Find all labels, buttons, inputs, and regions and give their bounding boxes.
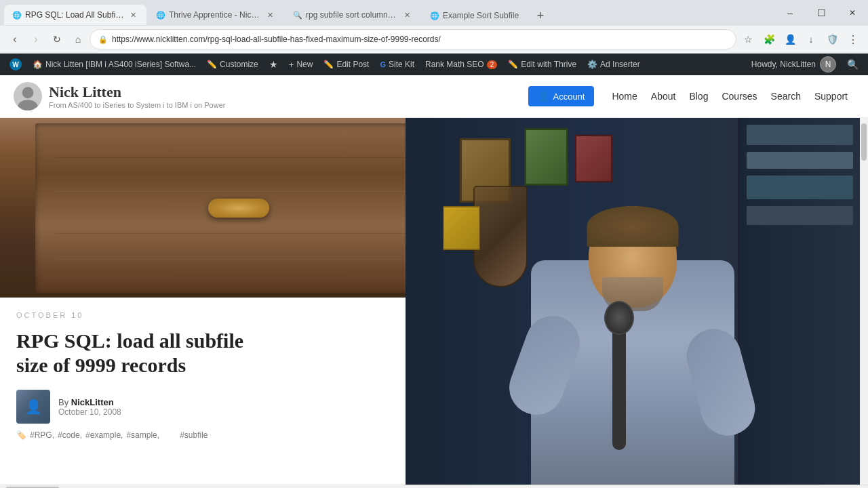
maximize-button[interactable]: ☐ [806, 0, 837, 26]
tab-title-3: rpg subfile sort column - Goo... [306, 10, 398, 20]
tag-icon: 🏷️ [16, 430, 26, 440]
tab-title-4: Example Sort Subfile [443, 11, 519, 20]
account-button[interactable]: 👤 Account [528, 86, 594, 106]
page-scrollbar[interactable] [860, 118, 868, 488]
site-icon: 🏠 [33, 60, 43, 69]
browser-toolbar: ‹ › ↻ ⌂ 🔒 https://www.nicklitten.com/rpg… [0, 26, 868, 54]
window-controls: – ☐ ✕ [774, 0, 868, 26]
howdy-item[interactable]: Howdy, NickLitten N [746, 54, 842, 75]
nav-blog[interactable]: Blog [682, 87, 715, 106]
site-title: Nick Litten [49, 83, 225, 101]
published-date: October 10, 2008 [58, 407, 121, 417]
post-meta: 👤 By NickLitten October 10, 2008 [16, 390, 461, 424]
ad-inserter-icon: ⚙️ [587, 60, 597, 69]
customize-label: Customize [220, 60, 258, 69]
video-overlay [406, 118, 860, 488]
svg-point-1 [22, 87, 34, 98]
edit-thrive-icon: ✏️ [508, 60, 518, 69]
home-button[interactable]: ⌂ [68, 30, 87, 49]
post-title: RPG SQL: load all subfile size of 9999 r… [16, 329, 461, 378]
scrollbar-thumb[interactable] [861, 123, 867, 161]
main-content: OCTOBER 10 RPG SQL: load all subfile siz… [0, 118, 868, 488]
new-item[interactable]: + New [283, 54, 319, 75]
account-label: Account [553, 92, 585, 102]
drawer-image [35, 123, 442, 293]
tag-3[interactable]: #example, [85, 430, 123, 440]
tab-title-2: Thrive Apprentice - Nick Litten... [169, 10, 261, 20]
customize-icon: ✏️ [207, 60, 217, 69]
menu-button[interactable]: ⋮ [844, 30, 863, 49]
site-tagline: From AS/400 to iSeries to System i to IB… [49, 101, 225, 109]
mic-head [604, 301, 634, 335]
tab-2[interactable]: 🌐 Thrive Apprentice - Nick Litten... ✕ [148, 5, 283, 25]
site-header: Nick Litten From AS/400 to iSeries to Sy… [0, 75, 868, 118]
minimize-button[interactable]: – [774, 0, 806, 26]
shield-icon[interactable]: 🛡️ [823, 30, 842, 49]
user-avatar: N [820, 56, 836, 73]
edit-post-icon: ✏️ [323, 60, 334, 69]
extensions-button[interactable]: 🧩 [760, 30, 778, 49]
reload-button[interactable]: ↻ [47, 30, 66, 49]
site-kit-icon: G [380, 60, 386, 68]
profile-button[interactable]: 👤 [781, 30, 800, 49]
author-avatar: 👤 [16, 390, 50, 424]
rank-math-item[interactable]: Rank Math SEO 2 [420, 54, 502, 75]
edit-thrive-label: Edit with Thrive [521, 60, 576, 69]
new-tab-button[interactable]: + [531, 6, 550, 25]
browser-chrome: 🌐 RPG SQL: Load All Subfile Has... ✕ 🌐 T… [0, 0, 868, 54]
video-frame[interactable] [406, 118, 860, 488]
site-kit-item[interactable]: G Site Kit [374, 54, 420, 75]
wp-logo-item[interactable]: W [4, 54, 27, 75]
tab-3[interactable]: 🔍 rpg subfile sort column - Goo... ✕ [285, 5, 420, 25]
lock-icon: 🔒 [98, 35, 108, 44]
search-admin-button[interactable]: 🔍 [842, 54, 864, 75]
wall-poster-3 [575, 135, 612, 182]
downloads-button[interactable]: ↓ [802, 30, 821, 49]
tab-1[interactable]: 🌐 RPG SQL: Load All Subfile Has... ✕ [4, 5, 146, 25]
tab-close-2[interactable]: ✕ [264, 9, 275, 20]
drawer-handle [208, 199, 269, 218]
customize-item[interactable]: ✏️ Customize [201, 54, 264, 75]
horizontal-scrollbar[interactable] [0, 485, 868, 488]
address-bar[interactable]: 🔒 https://www.nicklitten.com/rpg-sql-loa… [90, 29, 736, 49]
ad-inserter-item[interactable]: ⚙️ Ad Inserter [582, 54, 646, 75]
nav-search[interactable]: Search [764, 87, 808, 106]
back-button[interactable]: ‹ [5, 30, 24, 49]
howdy-text: Howdy, NickLitten [751, 60, 816, 69]
nav-support[interactable]: Support [808, 87, 854, 106]
tag-2[interactable]: #code, [58, 430, 82, 440]
tab-bar: 🌐 RPG SQL: Load All Subfile Has... ✕ 🌐 T… [0, 1, 774, 25]
nav-courses[interactable]: Courses [715, 87, 764, 106]
site-logo-area: Nick Litten From AS/400 to iSeries to Sy… [14, 82, 225, 110]
rank-math-label: Rank Math SEO [425, 60, 484, 69]
tab-favicon-2: 🌐 [156, 11, 165, 20]
star-item[interactable]: ★ [264, 54, 283, 75]
bookmark-button[interactable]: ☆ [738, 30, 757, 49]
site-content: Nick Litten From AS/400 to iSeries to Sy… [0, 75, 868, 488]
tag-5[interactable]: #subfile [180, 430, 208, 440]
new-label: New [296, 60, 313, 69]
account-icon: 👤 [538, 91, 549, 102]
tab-4[interactable]: 🌐 Example Sort Subfile [422, 6, 527, 25]
rank-math-badge: 2 [487, 60, 498, 69]
tag-4[interactable]: #sample, [126, 430, 159, 440]
edit-with-thrive-item[interactable]: ✏️ Edit with Thrive [502, 54, 582, 75]
person-hair [587, 206, 679, 247]
wp-admin-bar: W 🏠 Nick Litten [IBM i AS400 iSeries] So… [0, 54, 868, 75]
tab-close-3[interactable]: ✕ [401, 9, 412, 20]
tag-1[interactable]: #RPG, [30, 430, 54, 440]
tab-close-1[interactable]: ✕ [127, 9, 138, 20]
edit-post-item[interactable]: ✏️ Edit Post [318, 54, 374, 75]
site-name-item[interactable]: 🏠 Nick Litten [IBM i AS400 iSeries] Soft… [27, 54, 201, 75]
ad-inserter-label: Ad Inserter [600, 60, 640, 69]
site-navigation: 👤 Account Home About Blog Courses Search… [528, 86, 854, 106]
nav-home[interactable]: Home [605, 87, 644, 106]
forward-button[interactable]: › [26, 30, 45, 49]
tab-title-1: RPG SQL: Load All Subfile Has... [25, 10, 124, 20]
wp-logo-icon: W [9, 58, 22, 70]
post-tags: 🏷️ #RPG, #code, #example, #sample, #subf… [16, 430, 461, 440]
close-button[interactable]: ✕ [837, 0, 868, 26]
person-figure [497, 192, 768, 488]
tab-favicon-4: 🌐 [430, 12, 439, 20]
nav-about[interactable]: About [644, 87, 683, 106]
